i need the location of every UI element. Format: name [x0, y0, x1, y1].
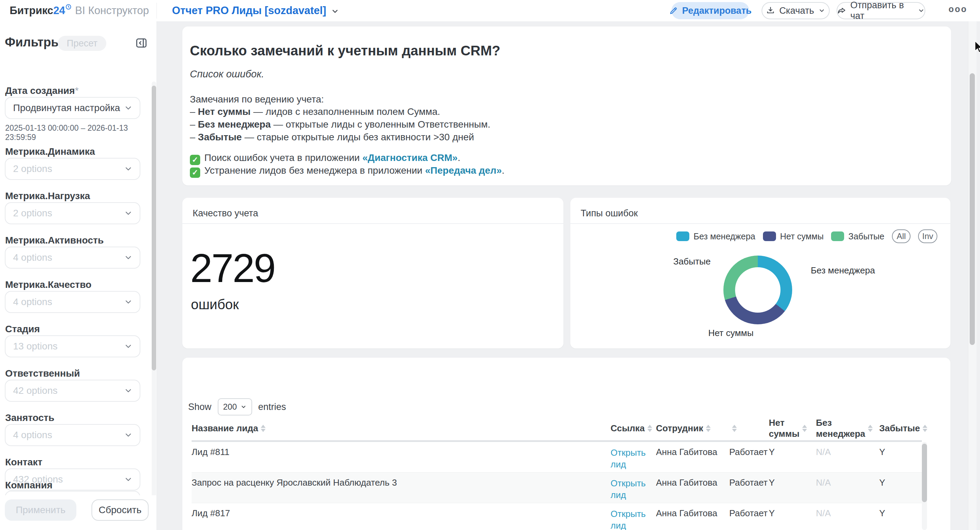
pencil-icon [669, 6, 678, 15]
page-size-select[interactable]: 200 [218, 398, 252, 415]
filter-label-date-created: Дата создания* [5, 85, 79, 96]
logo-brand: Битрикс [10, 5, 53, 17]
filter-label-metric-activity: Метрика.Активность [5, 235, 103, 246]
green-check-icon: ✓ [190, 155, 200, 165]
sort-icon[interactable] [923, 425, 928, 432]
filter-dropdown-metric-quality[interactable]: 4 options [5, 291, 140, 313]
open-lead-link[interactable]: Открыть лид [611, 477, 648, 501]
filter-label-metric-quality: Метрика.Качество [5, 279, 92, 290]
filter-dropdown-responsible[interactable]: 42 options [5, 380, 140, 402]
edit-button[interactable]: Редактировать [671, 2, 749, 19]
top-header: Битрикс24 BI Конструктор Отчет PRO Лиды … [0, 0, 980, 22]
more-menu-button[interactable]: ooo [945, 4, 971, 14]
table-row[interactable]: Лид #817 Открыть лид Анна Габитова Работ… [192, 503, 922, 530]
sort-icon[interactable] [802, 425, 807, 432]
filter-label-stage: Стадия [5, 324, 40, 335]
legend-item[interactable]: Без менеджера [676, 231, 755, 242]
date-range-note: 2025-01-13 00:00:00 – 2026-01-13 23:59:5… [5, 124, 156, 142]
sort-icon[interactable] [648, 425, 652, 432]
filter-dropdown-employment[interactable]: 4 options [5, 424, 140, 446]
show-label: Show [188, 402, 212, 412]
bi-constructor-page: Битрикс24 BI Конструктор Отчет PRO Лиды … [0, 0, 980, 530]
col-header-link[interactable]: Ссылка [611, 423, 656, 434]
diagnostics-crm-link[interactable]: «Диагностика CRM» [363, 152, 458, 163]
filter-label-metric-dynamics: Метрика.Динамика [5, 146, 95, 157]
legend-swatch [763, 231, 776, 241]
filter-dropdown-stage[interactable]: 13 options [5, 335, 140, 357]
open-lead-link[interactable]: Открыть лид [611, 447, 648, 470]
col-header-employee[interactable]: Сотрудник [656, 423, 729, 434]
sort-icon[interactable] [706, 425, 711, 432]
report-title: Отчет PRO Лиды [sozdavatel] [172, 5, 326, 17]
col-header-status[interactable] [729, 425, 769, 432]
legend-item[interactable]: Нет суммы [763, 231, 824, 242]
pie-label-no-manager: Без менеджера [811, 265, 875, 276]
download-icon [766, 6, 775, 15]
edit-button-label: Редактировать [682, 5, 752, 16]
download-button[interactable]: Скачать [762, 2, 830, 19]
chevron-down-icon [124, 386, 133, 395]
leads-table: Название лида Ссылка Сотрудник Нет суммы… [192, 416, 922, 530]
sidebar-scrollbar-thumb[interactable] [152, 86, 156, 371]
report-canvas: Сколько замечаний к учетным данным CRM? … [157, 21, 980, 530]
chevron-down-icon [124, 475, 133, 484]
col-header-no-sum[interactable]: Нет суммы [769, 417, 807, 439]
col-header-forgotten[interactable]: Забытые [879, 423, 922, 434]
preset-chip[interactable]: Пресет [58, 36, 106, 51]
col-header-no-manager[interactable]: Без менеджера [816, 417, 871, 439]
sort-icon[interactable] [261, 425, 266, 432]
chevron-down-icon [124, 103, 133, 113]
table-scrollbar-thumb[interactable] [922, 444, 927, 502]
report-title-dropdown[interactable]: Отчет PRO Лиды [sozdavatel] [172, 5, 339, 17]
send-to-chat-label: Отправить в чат [850, 0, 913, 21]
filter-label-responsible: Ответственный [5, 368, 80, 379]
sort-icon[interactable] [868, 425, 873, 432]
chevron-down-icon [818, 7, 825, 14]
apply-button[interactable]: Применить [5, 500, 76, 521]
filter-dropdown-metric-load[interactable]: 2 options [5, 202, 140, 224]
filter-dropdown-metric-dynamics[interactable]: 2 options [5, 158, 140, 180]
legend-all-button[interactable]: All [892, 229, 910, 243]
table-card: Show 200 entries Название лида Ссылка Со… [182, 358, 950, 530]
logo-clock-icon [65, 4, 72, 10]
collapse-sidebar-icon[interactable] [135, 37, 148, 49]
chevron-down-icon [124, 342, 133, 351]
send-to-chat-button[interactable]: Отправить в чат [837, 2, 925, 19]
chevron-down-icon [124, 298, 133, 306]
filter-label-employment: Занятость [5, 412, 54, 423]
share-arrow-icon [837, 6, 846, 15]
open-lead-link[interactable]: Открыть лид [611, 508, 648, 530]
page-size-row: Show 200 entries [188, 398, 286, 415]
card-divider [570, 223, 950, 224]
kpi-card-title: Качество учета [192, 208, 258, 219]
filter-dropdown-metric-activity[interactable]: 4 options [5, 247, 140, 269]
pie-label-no-sum: Нет суммы [708, 328, 754, 338]
pie-legend: Без менеджера Нет суммы Забытые All Inv [676, 229, 937, 243]
filter-dropdown-date-created[interactable]: Продвинутая настройка [5, 97, 140, 119]
table-row[interactable]: Лид #811 Открыть лид Анна Габитова Работ… [192, 442, 922, 473]
doc-check-line: ✓Поиск ошибок учета в приложении «Диагно… [190, 152, 460, 165]
doc-title: Сколько замечаний к учетным данным CRM? [190, 43, 501, 59]
chevron-down-icon [124, 209, 133, 218]
download-button-label: Скачать [779, 5, 814, 16]
chevron-down-icon [918, 7, 924, 14]
table-header-row: Название лида Ссылка Сотрудник Нет суммы… [192, 416, 922, 442]
reset-button[interactable]: Сбросить [92, 500, 149, 521]
sort-icon[interactable] [732, 425, 737, 432]
legend-swatch [676, 231, 689, 241]
doc-bullet: – Нет суммы — лидов с незаполненным поле… [190, 106, 440, 117]
donut-hole [735, 267, 781, 313]
mouse-cursor [974, 41, 980, 54]
kpi-unit: ошибок [191, 297, 239, 312]
legend-item[interactable]: Забытые [831, 231, 885, 242]
case-transfer-link[interactable]: «Передача дел» [425, 165, 502, 176]
page-scrollbar-thumb[interactable] [970, 73, 975, 345]
table-row[interactable]: Запрос на расценку Ярославский Наблюдате… [192, 473, 922, 503]
col-header-lead-name[interactable]: Название лида [192, 423, 611, 434]
doc-bullet: – Забытые — старые открытые лиды без акт… [190, 132, 474, 143]
filters-title: Фильтры [5, 35, 62, 49]
filter-label-contact: Контакт [5, 457, 42, 468]
legend-inv-button[interactable]: Inv [918, 229, 937, 243]
entries-label: entries [258, 402, 286, 412]
sidebar-footer: Применить Сбросить [0, 495, 156, 530]
